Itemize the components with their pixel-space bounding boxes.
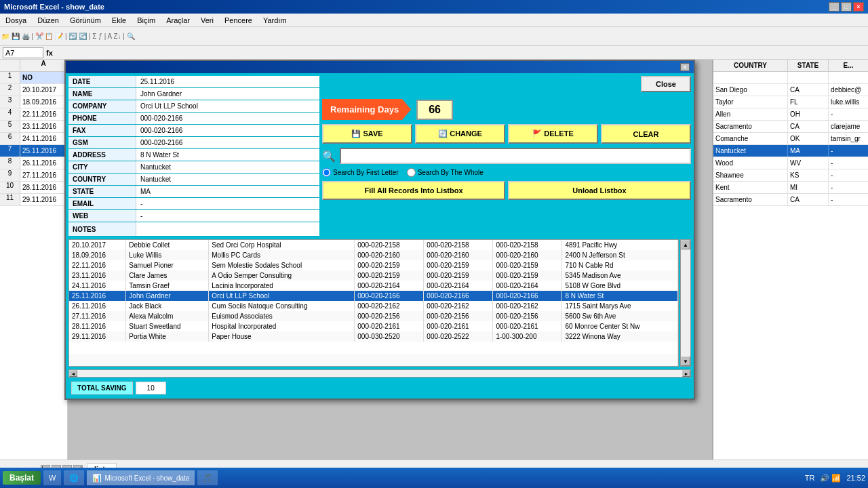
field-label-name: NAME (68, 88, 136, 100)
field-label-country: COUNTRY (68, 174, 136, 185)
col-e-header: E... (829, 60, 868, 71)
search-icon: 🔍 (322, 150, 336, 163)
table-row[interactable]: 28.11.2016Stuart SweetlandHospital Incor… (69, 321, 678, 331)
fill-listbox-button[interactable]: Fill All Records Into Listbox (322, 181, 505, 200)
taskbar-word[interactable]: W (43, 470, 61, 485)
field-value-date[interactable]: 25.11.2016 (136, 76, 319, 87)
taskbar-media[interactable]: 🎵 (197, 470, 218, 485)
table-row[interactable]: 22.11.2016Samuel PionerSem Molestie Soda… (69, 260, 678, 270)
menu-bicim[interactable]: Biçim (134, 16, 158, 25)
field-value-phone[interactable]: 000-020-2166 (136, 113, 319, 124)
minimize-btn[interactable]: _ (829, 2, 840, 12)
field-value-state[interactable]: MA (136, 186, 319, 197)
table-row[interactable]: 24.11.2016Tamsin GraefLacinia Incorporat… (69, 281, 678, 291)
maximize-btn[interactable]: □ (841, 2, 852, 12)
table-row[interactable]: 27.11.2016Alexa MalcolmEuismod Associate… (69, 311, 678, 321)
row-num-1: 1 (0, 72, 20, 83)
field-label-gsm: GSM (68, 137, 136, 148)
right-panel: COUNTRY STATE E... San Diego CA debbiec@… (712, 60, 868, 460)
title-controls: _ □ × (829, 2, 864, 12)
field-value-web[interactable]: - (136, 210, 319, 222)
menu-veri[interactable]: Veri (198, 16, 216, 25)
menu-ekle[interactable]: Ekle (109, 16, 129, 25)
bottom-bar: TOTAL SAVING 10 (68, 380, 691, 396)
toolbar: 📁 💾 🖨️ | ✂️ 📋 📝 | ↩️ ↪️ | Σ ƒ | A Z↓ | 🔍 (0, 27, 868, 46)
field-value-notes[interactable] (136, 222, 319, 236)
field-label-email: EMAIL (68, 198, 136, 209)
formula-bar: fx (0, 46, 868, 60)
table-row-selected[interactable]: 25.11.2016John GardnerOrci Ut LLP School… (69, 291, 678, 301)
delete-icon: 🚩 (532, 129, 542, 138)
media-icon: 🎵 (203, 474, 212, 483)
field-label-notes: NOTES (68, 222, 136, 236)
field-label-phone: PHONE (68, 113, 136, 124)
col-country-header: COUNTRY (713, 60, 788, 71)
table-row[interactable]: 29.11.2016Portia WhitePaper House 000-03… (69, 331, 678, 342)
table-row[interactable]: 18.09.2016Luke WillisMollis PC Cards 000… (69, 250, 678, 260)
menu-bar: Dosya Düzen Görünüm Ekle Biçim Araçlar V… (0, 14, 868, 27)
scroll-right-btn[interactable]: ► (682, 370, 690, 377)
menu-araclar[interactable]: Araçlar (163, 16, 193, 25)
horizontal-scrollbar[interactable]: ◄ ► (68, 369, 691, 378)
field-value-gsm[interactable]: 000-020-2166 (136, 137, 319, 148)
toolbar-icons: 📁 💾 🖨️ | ✂️ 📋 📝 | ↩️ ↪️ | Σ ƒ | A Z↓ | 🔍 (1, 33, 135, 40)
taskbar-right: TR 🔊 📶 21:52 (805, 474, 865, 483)
save-button[interactable]: 💾 SAVE (322, 124, 412, 144)
field-label-address: ADDRESS (68, 149, 136, 161)
field-value-address[interactable]: 8 N Water St (136, 149, 319, 161)
remaining-days-value: 66 (416, 100, 453, 120)
vertical-scrollbar[interactable]: ▲ ▼ (680, 239, 691, 367)
table-row[interactable]: 23.11.2016Clare JamesA Odio Semper Consu… (69, 270, 678, 281)
field-label-company: COMPANY (68, 100, 136, 112)
clock: 21:52 (846, 474, 865, 482)
word-icon: W (49, 474, 56, 482)
taskbar-excel[interactable]: 📊 Microsoft Excel - show_date (87, 470, 195, 485)
start-button[interactable]: Başlat (3, 471, 41, 485)
table-row[interactable]: 26.11.2016Jack BlackCum Sociis Natoque C… (69, 301, 678, 311)
scroll-up-btn[interactable]: ▲ (681, 240, 690, 249)
main-dialog: × DATE 25.11.2016 NAME John Gardner (64, 60, 695, 400)
taskbar-chrome[interactable]: 🌐 (64, 470, 84, 485)
system-tray: 🔊 📶 (820, 474, 841, 483)
clear-button[interactable]: CLEAR (601, 124, 691, 144)
title-bar: Microsoft Excel - show_date _ □ × (0, 0, 868, 14)
field-value-email[interactable]: - (136, 198, 319, 209)
scroll-left-btn[interactable]: ◄ (69, 370, 77, 377)
scroll-down-btn[interactable]: ▼ (681, 357, 690, 366)
search-input[interactable] (340, 148, 691, 164)
menu-pencere[interactable]: Pencere (222, 16, 255, 25)
menu-duzen[interactable]: Düzen (35, 16, 62, 25)
table-row[interactable]: 20.10.2017Debbie ColletSed Orci Corp Hos… (69, 240, 678, 250)
excel-icon: 📊 (92, 474, 102, 483)
field-value-name[interactable]: John Gardner (136, 88, 319, 100)
field-value-country[interactable]: Nantucket (136, 174, 319, 185)
close-dialog-button[interactable]: Close (641, 76, 691, 92)
total-saving-value: 10 (136, 382, 166, 394)
change-icon: 🔄 (438, 129, 448, 138)
formula-fx: fx (46, 49, 53, 57)
save-icon: 💾 (351, 129, 361, 138)
search-first-letter-option[interactable]: Search By First Letter (322, 168, 399, 177)
search-whole-option[interactable]: Search By The Whole (407, 168, 484, 177)
title-text: Microsoft Excel - show_date (4, 3, 104, 11)
field-label-state: STATE (68, 186, 136, 197)
cell-reference[interactable] (3, 47, 43, 58)
delete-button[interactable]: 🚩 DELETE (508, 124, 598, 144)
menu-yardim[interactable]: Yardım (260, 16, 290, 25)
field-value-company[interactable]: Orci Ut LLP School (136, 100, 319, 112)
cell-a1[interactable]: NO (20, 72, 67, 83)
col-a-header: A (20, 60, 67, 71)
menu-dosya[interactable]: Dosya (3, 16, 29, 25)
col-state-header: STATE (788, 60, 829, 71)
unload-listbox-button[interactable]: Unload Listbox (508, 181, 691, 200)
change-button[interactable]: 🔄 CHANGE (415, 124, 505, 144)
field-value-city[interactable]: Nantucket (136, 161, 319, 173)
field-value-fax[interactable]: 000-020-2166 (136, 125, 319, 136)
taskbar: Başlat W 🌐 📊 Microsoft Excel - show_date… (0, 468, 868, 488)
chrome-icon: 🌐 (69, 474, 79, 483)
dialog-close-icon[interactable]: × (680, 63, 690, 71)
total-saving-label: TOTAL SAVING (71, 382, 133, 394)
dialog-title-bar: × (66, 61, 694, 73)
menu-gorunum[interactable]: Görünüm (67, 16, 104, 25)
close-btn-title[interactable]: × (853, 2, 864, 12)
